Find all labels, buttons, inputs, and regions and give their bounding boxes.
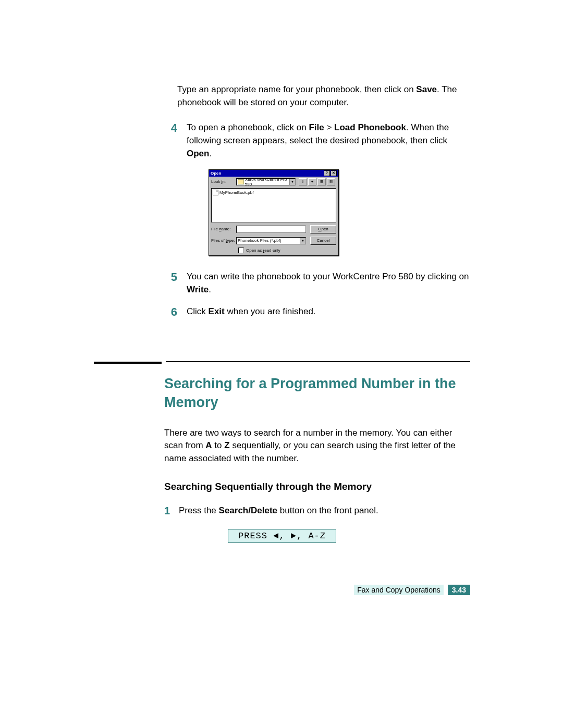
filename-label: File name: bbox=[211, 227, 234, 232]
chevron-down-icon[interactable]: ▼ bbox=[300, 238, 305, 244]
page-footer: Fax and Copy Operations 3.43 bbox=[354, 585, 470, 595]
step-6-number: 6 bbox=[94, 305, 187, 319]
list-item[interactable]: MyPhoneBook.pbf bbox=[213, 190, 335, 195]
subsection-heading: Searching Sequentially through the Memor… bbox=[164, 480, 470, 493]
step-5-number: 5 bbox=[94, 270, 187, 296]
sub-step-1-text: Press the Search/Delete button on the fr… bbox=[179, 504, 470, 517]
sub-step-1: 1 Press the Search/Delete button on the … bbox=[164, 504, 470, 517]
step-4-text: To open a phonebook, click on File > Loa… bbox=[187, 121, 470, 160]
step-6: 6 Click Exit when you are finished. bbox=[94, 305, 470, 319]
new-folder-icon[interactable]: ✦ bbox=[308, 178, 316, 186]
close-icon[interactable]: ✕ bbox=[331, 170, 337, 176]
folder-icon bbox=[238, 179, 244, 184]
page-number: 3.43 bbox=[448, 585, 470, 595]
intro-paragraph: Type an appropriate name for your phoneb… bbox=[177, 83, 470, 109]
filename-input[interactable] bbox=[236, 226, 306, 233]
chevron-down-icon[interactable]: ▼ bbox=[289, 179, 295, 185]
sub-step-1-number: 1 bbox=[164, 504, 179, 517]
section-para: There are two ways to search for a numbe… bbox=[164, 427, 470, 465]
step-5-text: You can write the phonebook to your Work… bbox=[187, 270, 470, 296]
footer-label: Fax and Copy Operations bbox=[354, 585, 444, 595]
filetype-label: Files of type: bbox=[211, 238, 234, 243]
checkbox-icon[interactable] bbox=[238, 248, 244, 253]
look-in-label: Look in: bbox=[211, 179, 234, 184]
list-view-icon[interactable]: ☰ bbox=[317, 178, 326, 186]
up-folder-icon[interactable]: ⇧ bbox=[299, 178, 307, 186]
dialog-titlebar: Open ? ✕ bbox=[209, 170, 338, 177]
section-heading: Searching for a Programmed Number in the… bbox=[164, 374, 470, 412]
open-button[interactable]: Open bbox=[310, 225, 336, 233]
step-5: 5 You can write the phonebook to your Wo… bbox=[94, 270, 470, 296]
step-6-text: Click Exit when you are finished. bbox=[187, 305, 470, 319]
section-rule bbox=[94, 361, 470, 364]
step-4: 4 To open a phonebook, click on File > L… bbox=[94, 121, 470, 160]
dialog-title-text: Open bbox=[211, 171, 221, 176]
look-in-combo[interactable]: Xerox WorkCentre Pro 580 ▼ bbox=[236, 178, 296, 186]
readonly-checkbox[interactable]: Open as read-only bbox=[209, 246, 338, 255]
cancel-button[interactable]: Cancel bbox=[310, 237, 336, 245]
filetype-combo[interactable]: Phonebook Files (*.pbf) ▼ bbox=[236, 237, 306, 244]
details-view-icon[interactable]: ☷ bbox=[327, 178, 335, 186]
file-icon bbox=[213, 190, 218, 195]
lcd-display: PRESS ◄, ►, A-Z bbox=[228, 529, 336, 543]
open-dialog: Open ? ✕ Look in: Xerox WorkCentre Pro 5… bbox=[209, 169, 339, 256]
file-list[interactable]: MyPhoneBook.pbf bbox=[211, 188, 336, 223]
step-4-number: 4 bbox=[94, 121, 187, 160]
help-icon[interactable]: ? bbox=[324, 170, 330, 176]
